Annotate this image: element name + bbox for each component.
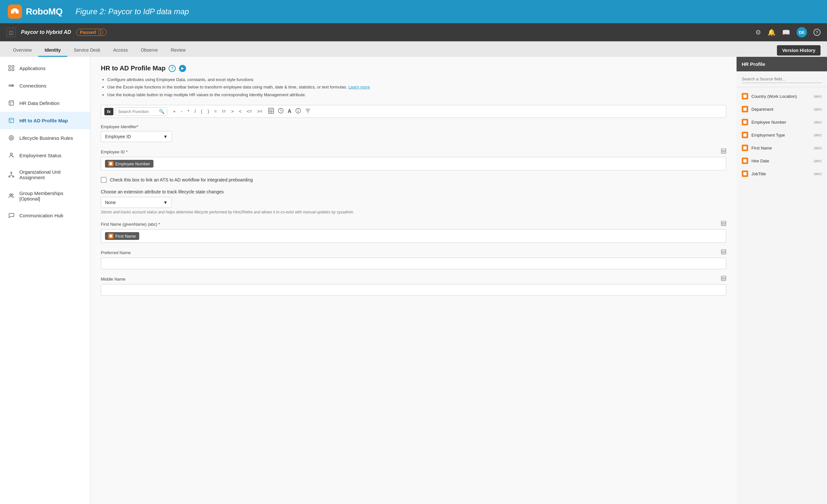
preferred-name-header: Preferred Name	[101, 249, 726, 256]
employee-id-input[interactable]: Employee Number	[101, 157, 726, 170]
extension-section: Choose an extension attribute to track l…	[101, 189, 726, 214]
preferred-name-table-icon[interactable]	[721, 249, 726, 256]
op-not-equals[interactable]: !=	[221, 108, 227, 115]
employee-id-table-icon[interactable]	[721, 149, 726, 155]
learn-more-link[interactable]: Learn more	[348, 85, 370, 90]
sub-header-actions: ⚙ 🔔 📖 DE ?	[755, 27, 821, 38]
preferred-name-input[interactable]	[101, 258, 726, 269]
first-name-label: First Name (givenName) (abc) *	[101, 222, 160, 226]
text-icon-btn[interactable]: A	[288, 108, 291, 114]
op-lte[interactable]: <=	[246, 108, 253, 115]
employee-number-tag: Employee Number	[105, 160, 153, 167]
op-greater[interactable]: >	[230, 108, 235, 115]
first-name-mapping: First Name (givenName) (abc) * First Nam…	[101, 221, 726, 243]
play-icon[interactable]: ▶	[179, 65, 186, 72]
settings-button[interactable]: ⚙	[755, 29, 761, 36]
sidebar-item-hr-to-ad[interactable]: HR to AD Profile Map	[0, 112, 90, 129]
op-close-paren[interactable]: )	[206, 108, 210, 115]
search-function-input[interactable]	[118, 109, 157, 114]
middle-name-mapping: Middle Name	[101, 276, 726, 296]
hr-item-hire-date[interactable]: Hire Date (abc)	[736, 154, 827, 167]
chevron-down-icon: ▼	[163, 134, 168, 139]
sidebar-item-lifecycle[interactable]: Lifecycle Business Rules	[0, 129, 90, 147]
sidebar-item-employment-status[interactable]: Employment Status	[0, 147, 90, 164]
first-name-table-icon[interactable]	[721, 221, 726, 227]
sidebar-item-hr-data-definition[interactable]: HR Data Definition	[0, 94, 90, 112]
notifications-button[interactable]: 🔔	[768, 29, 776, 36]
first-name-input[interactable]: First Name	[101, 229, 726, 243]
op-plus[interactable]: +	[172, 108, 177, 115]
hr-profile-panel: HR Profile Country (Work Location) (abc)…	[736, 57, 827, 504]
hr-profile-header: HR Profile	[736, 57, 827, 71]
tab-identity[interactable]: Identity	[38, 44, 67, 57]
hr-item-first-name-type: (abc)	[814, 146, 822, 150]
extension-value: None	[105, 200, 116, 205]
version-history-button[interactable]: Version History	[777, 45, 821, 55]
op-gte[interactable]: >=	[256, 108, 263, 115]
comm-hub-icon	[8, 212, 15, 219]
employee-number-tag-label: Employee Number	[115, 161, 150, 166]
sidebar-label-connections: Connections	[19, 83, 46, 89]
svg-rect-67	[743, 146, 746, 150]
search-box[interactable]: 🔍	[115, 107, 167, 115]
svg-rect-68	[743, 159, 746, 162]
tab-review[interactable]: Review	[164, 44, 192, 57]
tab-service-desk[interactable]: Service Desk	[67, 44, 107, 57]
hr-tag-first-name	[742, 145, 748, 151]
filter-icon-btn[interactable]	[305, 108, 311, 115]
main-layout: Applications Connections	[0, 57, 827, 504]
op-minus[interactable]: -	[180, 108, 184, 115]
extension-select[interactable]: None ▼	[101, 197, 172, 208]
svg-point-16	[9, 136, 13, 140]
function-toolbar: fx 🔍 + - * / ( ) = != > < <= >=	[101, 105, 726, 118]
sidebar-item-applications[interactable]: Applications	[0, 59, 90, 77]
hr-item-department-type: (abc)	[814, 107, 822, 111]
svg-rect-52	[109, 235, 112, 237]
employee-identifier-select[interactable]: Employee ID ▼	[101, 131, 172, 142]
svg-rect-2	[13, 8, 17, 12]
sidebar-item-connections[interactable]: Connections	[0, 77, 90, 94]
hr-item-jobtitle[interactable]: JobTitle (abc)	[736, 167, 827, 180]
op-less[interactable]: <	[238, 108, 243, 115]
op-equals[interactable]: =	[213, 108, 218, 115]
hr-item-first-name[interactable]: First Name (abc)	[736, 141, 827, 154]
hr-profile-search-input[interactable]	[742, 75, 822, 83]
middle-name-table-icon[interactable]	[721, 276, 726, 282]
hr-item-country[interactable]: Country (Work Location) (abc)	[736, 90, 827, 103]
first-name-header: First Name (givenName) (abc) *	[101, 221, 726, 227]
paused-info-icon: i	[98, 30, 103, 35]
hr-item-department[interactable]: Department (abc)	[736, 103, 827, 115]
nav-tabs: Overview Identity Service Desk Access Ob…	[0, 41, 827, 57]
extension-chevron-icon: ▼	[163, 200, 168, 205]
middle-name-input[interactable]	[101, 284, 726, 296]
hr-profile-search[interactable]	[736, 71, 827, 87]
info-icon-btn[interactable]	[295, 108, 301, 115]
employment-icon	[8, 152, 15, 159]
sidebar-item-communication-hub[interactable]: Communication Hub	[0, 207, 90, 224]
svg-rect-13	[9, 118, 13, 123]
bullet-3: Use the lookup table button to map multi…	[107, 91, 726, 98]
tab-observe[interactable]: Observe	[134, 44, 164, 57]
docs-button[interactable]: 📖	[782, 29, 790, 36]
sidebar: Applications Connections	[0, 57, 91, 504]
sidebar-item-org-unit[interactable]: Organizational Unit Assignment	[0, 164, 90, 185]
tab-overview[interactable]: Overview	[6, 44, 38, 57]
avatar[interactable]: DE	[797, 27, 807, 38]
sidebar-label-group: Group Memberships [Optional]	[19, 191, 82, 201]
help-icon[interactable]: ?	[814, 29, 821, 36]
sidebar-item-group-memberships[interactable]: Group Memberships [Optional]	[0, 185, 90, 207]
bullet-2: Use the Excel-style functions in the too…	[107, 83, 726, 91]
toolbar-action-icons: A	[268, 108, 311, 115]
clock-icon-btn[interactable]	[278, 108, 284, 115]
svg-point-7	[9, 85, 11, 87]
op-multiply[interactable]: *	[186, 108, 190, 115]
hr-item-employment-type[interactable]: Employment Type (abc)	[736, 129, 827, 141]
hr-item-employee-number[interactable]: Employee Number (abc)	[736, 115, 827, 129]
svg-rect-63	[743, 95, 746, 98]
op-open-paren[interactable]: (	[200, 108, 204, 115]
help-circle-icon[interactable]: ?	[168, 65, 176, 72]
ats-checkbox[interactable]	[101, 177, 107, 183]
table-icon-btn[interactable]	[268, 108, 274, 115]
tab-access[interactable]: Access	[107, 44, 134, 57]
op-divide[interactable]: /	[193, 108, 197, 115]
